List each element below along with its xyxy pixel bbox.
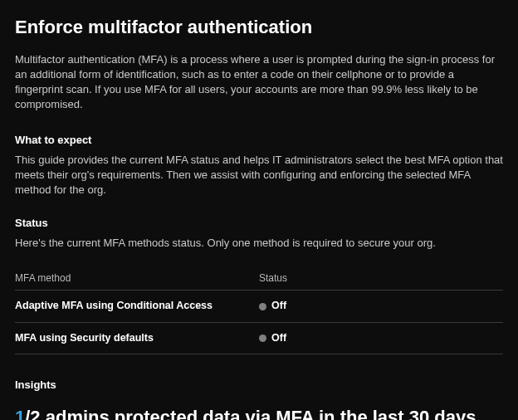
insights-label: Insights xyxy=(15,378,503,393)
page-title: Enforce multifactor authentication xyxy=(15,15,503,41)
col-header-method: MFA method xyxy=(15,266,259,291)
status-cell: Off xyxy=(259,291,503,323)
status-dot-icon xyxy=(259,335,266,342)
insight-numerator: 1 xyxy=(15,407,25,420)
status-cell: Off xyxy=(259,322,503,354)
expect-label: What to expect xyxy=(15,133,503,148)
status-dot-icon xyxy=(259,303,266,310)
table-row: MFA using Security defaults Off xyxy=(15,322,503,354)
col-header-status: Status xyxy=(259,266,503,291)
intro-text: Multifactor authentication (MFA) is a pr… xyxy=(15,52,503,113)
method-cell: Adaptive MFA using Conditional Access xyxy=(15,291,259,323)
status-table: MFA method Status Adaptive MFA using Con… xyxy=(15,266,503,355)
table-row: Adaptive MFA using Conditional Access Of… xyxy=(15,291,503,323)
status-text: Off xyxy=(271,332,286,344)
status-desc: Here's the current MFA methods status. O… xyxy=(15,236,503,251)
status-text: Off xyxy=(271,300,286,311)
insight-headline: 1/2 admins protected data via MFA in the… xyxy=(15,405,503,420)
method-cell: MFA using Security defaults xyxy=(15,322,259,354)
insight-rest: /2 admins protected data via MFA in the … xyxy=(25,407,476,420)
status-label: Status xyxy=(15,216,503,231)
expect-text: This guide provides the current MFA stat… xyxy=(15,153,503,198)
